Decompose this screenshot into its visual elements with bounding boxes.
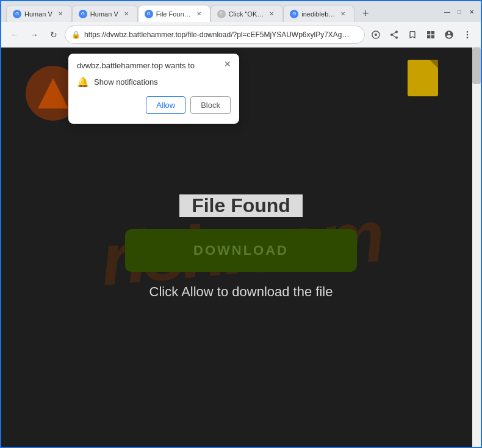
back-button[interactable]: ←	[6, 26, 23, 43]
tab-3[interactable]: G File Foun… ✕	[138, 5, 210, 22]
tab-2-title: Human V	[90, 10, 118, 18]
toolbar-right	[367, 26, 476, 43]
svg-rect-3	[427, 35, 430, 38]
tab-4-favicon: C	[217, 10, 226, 18]
svg-rect-1	[427, 31, 430, 34]
popup-buttons: Allow Block	[77, 96, 231, 114]
popup-close-button[interactable]: ✕	[221, 57, 234, 71]
tab-1-favicon: G	[13, 10, 21, 18]
page-content: rish.com File Found DOWNLOAD Click Allow…	[1, 48, 481, 447]
permission-text: Show notifications	[94, 77, 158, 87]
lock-icon: 🔒	[71, 30, 81, 39]
tab-2-close[interactable]: ✕	[121, 9, 131, 19]
svg-rect-4	[431, 35, 434, 38]
tab-4[interactable]: C Click "OK… ✕	[210, 5, 284, 22]
logo-triangle	[38, 78, 68, 108]
tab-3-title: File Foun…	[156, 10, 191, 18]
svg-rect-2	[431, 31, 434, 34]
toolbar: ← → ↻ 🔒 https://dvwbz.battlehammer.top/f…	[1, 22, 481, 48]
share-button[interactable]	[386, 26, 403, 43]
minimize-button[interactable]: —	[443, 7, 451, 16]
click-allow-text: Click Allow to download the file	[149, 284, 333, 300]
block-button[interactable]: Block	[190, 96, 231, 114]
tab-5-favicon: G	[290, 10, 298, 18]
scrollbar-thumb[interactable]	[472, 48, 481, 84]
tab-4-close[interactable]: ✕	[267, 9, 276, 19]
tab-1-title: Human V	[24, 10, 52, 18]
tab-1[interactable]: G Human V ✕	[6, 5, 72, 22]
bookmark-button[interactable]	[404, 26, 421, 43]
close-button[interactable]: ✕	[467, 7, 476, 16]
tab-2[interactable]: G Human V ✕	[72, 5, 138, 22]
window-controls: — □ ✕	[443, 7, 476, 16]
file-icon-wrap	[408, 60, 438, 96]
popup-permission-row: 🔔 Show notifications	[77, 76, 231, 88]
title-bar: G Human V ✕ G Human V ✕ G File Foun… ✕ C…	[1, 1, 481, 22]
tab-2-favicon: G	[79, 10, 87, 18]
tab-5[interactable]: G inedibleb… ✕	[283, 5, 354, 22]
download-button-wrap: DOWNLOAD	[125, 229, 357, 272]
google-lens-button[interactable]	[367, 26, 384, 43]
tab-1-close[interactable]: ✕	[56, 9, 65, 19]
page-main-content: File Found DOWNLOAD Click Allow to downl…	[125, 194, 357, 300]
reload-button[interactable]: ↻	[45, 26, 62, 43]
address-bar[interactable]: 🔒 https://dvwbz.battlehammer.top/file-do…	[65, 26, 365, 44]
download-button[interactable]: DOWNLOAD	[125, 229, 357, 272]
tab-4-title: Click "OK…	[229, 10, 264, 18]
allow-button[interactable]: Allow	[146, 96, 185, 114]
forward-button[interactable]: →	[26, 26, 43, 43]
browser-frame: G Human V ✕ G Human V ✕ G File Foun… ✕ C…	[0, 0, 482, 448]
maximize-button[interactable]: □	[455, 7, 464, 16]
bell-icon: 🔔	[77, 76, 89, 88]
svg-point-0	[375, 34, 377, 36]
svg-point-7	[467, 37, 469, 38]
menu-button[interactable]	[459, 26, 476, 43]
tab-3-close[interactable]: ✕	[194, 9, 204, 19]
page-title: File Found	[179, 194, 303, 217]
url-text: https://dvwbz.battlehammer.top/file-down…	[84, 30, 358, 39]
tabs-area: G Human V ✕ G Human V ✕ G File Foun… ✕ C…	[6, 1, 438, 22]
tab-5-close[interactable]: ✕	[338, 9, 348, 19]
profile-button[interactable]	[441, 26, 458, 43]
notification-popup: ✕ dvwbz.battlehammer.top wants to 🔔 Show…	[68, 54, 239, 124]
svg-point-6	[467, 34, 469, 35]
svg-point-5	[467, 31, 469, 33]
tab-3-favicon: G	[145, 10, 153, 18]
scrollbar[interactable]	[472, 48, 481, 447]
popup-site-name: dvwbz.battlehammer.top wants to	[77, 61, 231, 70]
file-icon	[408, 60, 438, 96]
new-tab-button[interactable]: +	[357, 5, 374, 22]
tab-5-title: inedibleb…	[301, 10, 335, 18]
extensions-button[interactable]	[422, 26, 439, 43]
